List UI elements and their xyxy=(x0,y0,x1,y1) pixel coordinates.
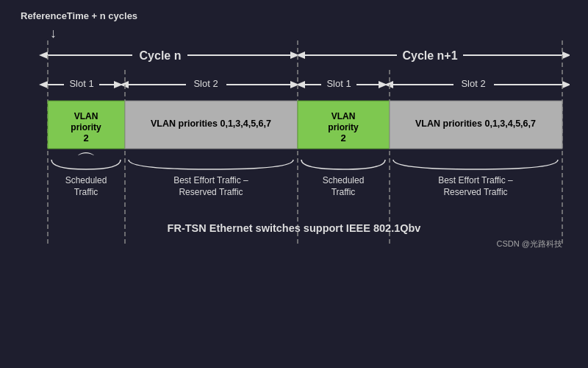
svg-text:Slot 1: Slot 1 xyxy=(69,78,93,89)
svg-text:Cycle n: Cycle n xyxy=(140,49,182,62)
diagram-container: ReferenceTime + n cycles ↓ Cycle n Cycle… xyxy=(0,0,588,368)
svg-text:priority: priority xyxy=(328,122,359,132)
svg-text:2: 2 xyxy=(340,132,345,144)
svg-text:Best Effort Traffic –: Best Effort Traffic – xyxy=(173,175,248,185)
svg-text:Best Effort Traffic –: Best Effort Traffic – xyxy=(438,175,513,185)
svg-text:VLAN priorities 0,1,3,4,5,6,7: VLAN priorities 0,1,3,4,5,6,7 xyxy=(151,118,271,129)
main-diagram: Cycle n Cycle n+1 Slot 1 Slot 2 Slot 1 S… xyxy=(18,40,570,328)
svg-text:Reserved Traffic: Reserved Traffic xyxy=(179,187,243,197)
svg-marker-27 xyxy=(562,81,570,88)
svg-text:2: 2 xyxy=(83,132,88,144)
svg-text:Slot 2: Slot 2 xyxy=(193,78,218,89)
svg-text:VLAN: VLAN xyxy=(331,111,356,121)
svg-text:Scheduled: Scheduled xyxy=(323,175,365,185)
svg-text:Slot 2: Slot 2 xyxy=(461,78,485,89)
svg-text:Traffic: Traffic xyxy=(331,187,356,197)
svg-marker-26 xyxy=(384,81,393,88)
svg-text:Reserved Traffic: Reserved Traffic xyxy=(443,187,507,197)
svg-text:CSDN @光路科技: CSDN @光路科技 xyxy=(497,239,562,248)
svg-marker-1 xyxy=(39,52,48,59)
svg-text:FR-TSN Ethernet switches suppo: FR-TSN Ethernet switches support IEEE 80… xyxy=(168,222,421,234)
svg-text:VLAN priorities 0,1,3,4,5,6,7: VLAN priorities 0,1,3,4,5,6,7 xyxy=(415,118,536,129)
reference-time-label: ReferenceTime + n cycles xyxy=(21,10,137,21)
svg-marker-16 xyxy=(120,81,129,88)
svg-text:Scheduled: Scheduled xyxy=(65,175,107,185)
svg-text:VLAN: VLAN xyxy=(74,111,98,121)
reference-arrow: ↓ xyxy=(50,26,57,41)
svg-marker-5 xyxy=(562,52,570,59)
svg-text:Traffic: Traffic xyxy=(74,187,98,197)
svg-marker-11 xyxy=(39,81,48,88)
svg-text:Slot 1: Slot 1 xyxy=(326,78,351,89)
svg-text:priority: priority xyxy=(71,122,101,132)
svg-text:Cycle n+1: Cycle n+1 xyxy=(402,49,457,62)
